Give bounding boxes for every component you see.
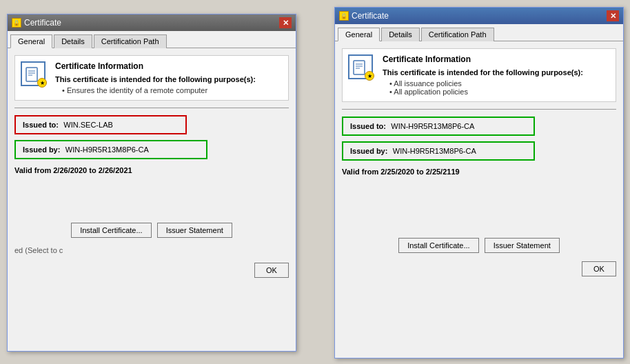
cert-icon-2: ★ — [348, 54, 376, 82]
issued-by-value-2: WIN-H9R5R13M8P6-CA — [393, 147, 476, 155]
cert-icon-inner-2: ★ — [348, 54, 373, 79]
window-title-2: Certificate — [352, 11, 389, 21]
window-content-2: General Details Certification Path ★ — [335, 24, 623, 358]
close-button-2[interactable]: ✕ — [607, 10, 619, 21]
window-icon-2: 🔒 — [339, 11, 349, 21]
issued-to-value-1: WIN.SEC-LAB — [63, 121, 113, 129]
window-icon-1: 🔒 — [12, 18, 21, 28]
svg-rect-4 — [354, 61, 365, 74]
tab-general-2[interactable]: General — [338, 28, 380, 41]
validity-to-2: to — [416, 168, 423, 176]
issued-by-label-1: Issued by: — [23, 145, 60, 154]
issued-to-value-2: WIN-H9R5R13M8P6-CA — [391, 122, 474, 130]
svg-rect-0 — [26, 68, 37, 81]
issued-to-field-1: Issued to: WIN.SEC-LAB — [14, 115, 187, 134]
cert-info-text-1: Certificate Information This certificate… — [55, 61, 256, 94]
tab-details-2[interactable]: Details — [381, 28, 420, 41]
cert-info-box-1: ★ Certificate Information This certifica… — [14, 55, 289, 101]
cert-icon-1: ★ — [21, 61, 48, 89]
validity-from-2: 2/25/2020 — [380, 168, 414, 176]
tab-certpath-1[interactable]: Certification Path — [94, 34, 167, 48]
issued-to-field-2: Issued to: WIN-H9R5R13M8P6-CA — [342, 117, 535, 136]
cert-purpose-item-2-0: All issuance policies — [383, 79, 583, 88]
issued-by-field-1: Issued by: WIN-H9R5R13M8P6-CA — [14, 140, 207, 159]
tab-general-1[interactable]: General — [10, 34, 52, 48]
cert-badge-1: ★ — [37, 78, 47, 88]
desktop: 🔒 Certificate ✕ General Details Certific… — [0, 0, 630, 364]
issuer-statement-button-2[interactable]: Issuer Statement — [485, 238, 560, 253]
validity-to-1: to — [89, 166, 96, 174]
certificate-window-2: 🔒 Certificate ✕ General Details Certific… — [334, 7, 624, 358]
ok-button-2[interactable]: OK — [582, 261, 616, 276]
cert-info-title-2: Certificate Information — [383, 54, 583, 64]
tab-bar-2: General Details Certification Path — [335, 24, 623, 41]
issued-to-label-2: Issued to: — [350, 122, 386, 130]
validity-end-2: 2/25/2119 — [426, 168, 460, 176]
cert-purpose-text-1: This certificate is intended for the fol… — [55, 75, 256, 83]
title-left-2: 🔒 Certificate — [339, 11, 389, 21]
ok-row-2: OK — [335, 259, 623, 282]
close-button-1[interactable]: ✕ — [279, 17, 292, 28]
issued-by-field-2: Issued by: WIN-H9R5R13M8P6-CA — [342, 141, 535, 161]
action-buttons-2: Install Certificate... Issuer Statement — [335, 183, 623, 259]
validity-end-1: 2/26/2021 — [99, 166, 132, 174]
ok-button-1[interactable]: OK — [254, 263, 289, 278]
tab-certpath-2[interactable]: Certification Path — [421, 28, 494, 41]
ok-row-1: OK — [8, 260, 296, 283]
validity-from-1: 2/26/2020 — [53, 166, 87, 174]
issued-to-label-1: Issued to: — [23, 121, 59, 129]
cert-fields-block-2: Issued to: WIN-H9R5R13M8P6-CA Issued by:… — [342, 117, 616, 161]
certificate-window-1: 🔒 Certificate ✕ General Details Certific… — [7, 14, 296, 352]
tab-bar-1: General Details Certification Path — [8, 31, 296, 48]
cert-purpose-item-1-0: Ensures the identity of a remote compute… — [55, 86, 256, 94]
select-note-1: ed (Select to c — [8, 243, 296, 260]
issued-by-value-1: WIN-H9R5R13M8P6-CA — [65, 145, 149, 154]
cert-purpose-text-2: This certificate is intended for the fol… — [383, 68, 583, 77]
cert-info-box-2: ★ Certificate Information This certifica… — [342, 48, 616, 102]
cert-icon-inner-1: ★ — [21, 61, 45, 86]
tab-details-1[interactable]: Details — [54, 34, 92, 48]
title-left-1: 🔒 Certificate — [12, 18, 61, 28]
divider-1 — [14, 108, 289, 108]
action-buttons-1: Install Certificate... Issuer Statement — [8, 181, 296, 243]
validity-2: Valid from 2/25/2020 to 2/25/2119 — [342, 168, 616, 176]
cert-badge-2: ★ — [365, 71, 374, 81]
cert-purpose-item-2-1: All application policies — [383, 88, 583, 96]
cert-fields-block-1: Issued to: WIN.SEC-LAB Issued by: WIN-H9… — [14, 115, 289, 159]
cert-info-text-2: Certificate Information This certificate… — [383, 54, 583, 96]
titlebar-2[interactable]: 🔒 Certificate ✕ — [335, 8, 623, 24]
validity-1: Valid from 2/26/2020 to 2/26/2021 — [14, 166, 289, 174]
install-cert-button-2[interactable]: Install Certificate... — [398, 238, 478, 253]
issued-by-label-2: Issued by: — [350, 147, 387, 155]
divider-2 — [342, 109, 616, 110]
window-content-1: General Details Certification Path ★ — [8, 31, 296, 351]
cert-info-title-1: Certificate Information — [55, 61, 256, 71]
issuer-statement-button-1[interactable]: Issuer Statement — [157, 223, 232, 238]
validity-text-1: Valid from — [14, 166, 51, 174]
install-cert-button-1[interactable]: Install Certificate... — [71, 223, 151, 238]
titlebar-1[interactable]: 🔒 Certificate ✕ — [8, 14, 296, 31]
validity-text-2: Valid from — [342, 168, 378, 176]
window-title-1: Certificate — [24, 18, 61, 28]
